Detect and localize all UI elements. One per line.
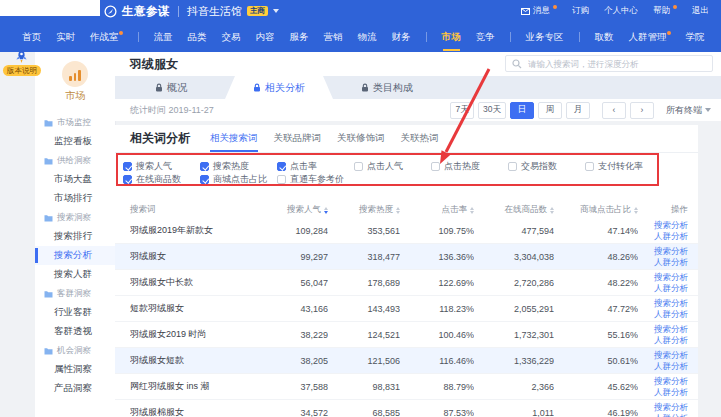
date-range-button[interactable]: 30天: [478, 102, 506, 119]
audience-analysis-link[interactable]: 人群分析: [654, 309, 688, 319]
audience-analysis-link[interactable]: 人群分析: [654, 361, 688, 371]
nav-item[interactable]: 作战室: [90, 31, 123, 44]
nav-item[interactable]: 品类: [188, 31, 207, 44]
sidebar-item[interactable]: 客群洞察: [35, 284, 115, 303]
nav-item[interactable]: 业务专区: [526, 31, 564, 44]
nav-item[interactable]: 营销: [324, 31, 343, 44]
nav-item[interactable]: 首页: [22, 31, 41, 44]
prev-period-button[interactable]: ‹: [602, 102, 626, 119]
sidebar-item[interactable]: 搜索排行: [35, 227, 115, 246]
table-row[interactable]: 羽绒服女中长款 56,047 178,689 122.69% 2,720,286…: [115, 270, 698, 296]
sidebar-item[interactable]: 市场大盘: [35, 170, 115, 189]
col-header-mall-click-ratio[interactable]: 商城点击占比: [554, 204, 638, 216]
audience-analysis-link[interactable]: 人群分析: [654, 335, 688, 345]
search-analysis-link[interactable]: 搜索分析: [654, 298, 688, 308]
audience-analysis-link[interactable]: 人群分析: [654, 413, 688, 417]
search-input[interactable]: [526, 58, 706, 70]
sidebar-item[interactable]: 供给洞察: [35, 151, 115, 170]
date-range-button[interactable]: 月: [566, 102, 590, 119]
date-range-button[interactable]: 7天: [450, 102, 474, 119]
col-header-search-heat[interactable]: 搜索热度: [328, 204, 400, 216]
search-analysis-link[interactable]: 搜索分析: [654, 272, 688, 282]
metric-checkbox[interactable]: 搜索人气: [123, 160, 200, 173]
nav-item[interactable]: 竞争: [476, 31, 495, 44]
nav-item[interactable]: 流量: [154, 31, 173, 44]
checkbox-box[interactable]: [200, 162, 209, 171]
nav-item[interactable]: 内容: [256, 31, 275, 44]
sidebar-item[interactable]: 机会洞察: [35, 341, 115, 360]
analysis-tab[interactable]: 相关分析: [225, 76, 333, 99]
account-menu-item[interactable]: 消息: [521, 5, 557, 17]
sidebar-item[interactable]: 客群透视: [35, 322, 115, 341]
checkbox-box[interactable]: [123, 162, 132, 171]
col-header-online-items[interactable]: 在线商品数: [474, 204, 554, 216]
nav-item[interactable]: 取数: [595, 31, 614, 44]
audience-analysis-link[interactable]: 人群分析: [654, 387, 688, 397]
col-header-ctr[interactable]: 点击率: [400, 204, 474, 216]
sidebar-item[interactable]: 搜索人群: [35, 265, 115, 284]
checkbox-box[interactable]: [431, 162, 440, 171]
analysis-tab[interactable]: 类目构成: [333, 76, 441, 99]
audience-analysis-link[interactable]: 人群分析: [654, 231, 688, 241]
nav-item[interactable]: 学院: [686, 31, 705, 44]
table-row[interactable]: 羽绒服棉服女 34,572 68,585 87.53% 1,011 46.19%…: [115, 400, 698, 417]
metric-checkbox[interactable]: 支付转化率: [585, 160, 662, 173]
col-header-search-popularity[interactable]: 搜索人气: [262, 204, 328, 216]
word-type-subtab[interactable]: 关联修饰词: [337, 125, 385, 152]
sidebar-item[interactable]: 行业客群: [35, 303, 115, 322]
word-type-subtab[interactable]: 关联品牌词: [274, 125, 322, 152]
word-type-subtab[interactable]: 相关搜索词: [210, 125, 258, 152]
search-analysis-link[interactable]: 搜索分析: [654, 246, 688, 256]
table-row[interactable]: 羽绒服女 99,297 318,477 136.36% 3,304,038 48…: [115, 244, 698, 270]
sidebar-item[interactable]: 搜索分析: [35, 246, 115, 265]
table-row[interactable]: 网红羽绒服女 ins 潮 37,588 98,831 88.79% 2,366 …: [115, 374, 698, 400]
table-row[interactable]: 羽绒服女2019 时尚 38,229 124,521 100.46% 1,732…: [115, 322, 698, 348]
search-analysis-link[interactable]: 搜索分析: [654, 324, 688, 334]
keyword-search-box[interactable]: [505, 55, 713, 72]
shop-switcher-caret[interactable]: [273, 9, 279, 16]
checkbox-box[interactable]: [354, 162, 363, 171]
table-row[interactable]: 羽绒服2019年新款女 109,284 353,561 109.75% 477,…: [115, 218, 698, 244]
nav-item[interactable]: 物流: [358, 31, 377, 44]
metric-checkbox[interactable]: 点击率: [277, 160, 354, 173]
search-analysis-link[interactable]: 搜索分析: [654, 402, 688, 412]
metric-checkbox[interactable]: 交易指数: [508, 160, 585, 173]
terminal-filter-dropdown[interactable]: 所有终端: [666, 104, 711, 117]
account-menu-item[interactable]: 订购: [572, 5, 589, 17]
metric-checkbox[interactable]: 搜索热度: [200, 160, 277, 173]
checkbox-box[interactable]: [277, 175, 286, 184]
version-badge[interactable]: 版本说明: [3, 65, 41, 76]
checkbox-box[interactable]: [508, 162, 517, 171]
metric-checkbox[interactable]: 商城点击占比: [200, 173, 277, 186]
sidebar-item[interactable]: 搜索洞察: [35, 208, 115, 227]
date-range-button[interactable]: 周: [538, 102, 562, 119]
nav-item[interactable]: 实时: [56, 31, 75, 44]
next-period-button[interactable]: ›: [630, 102, 654, 119]
audience-analysis-link[interactable]: 人群分析: [654, 283, 688, 293]
sidebar-item[interactable]: 产品洞察: [35, 379, 115, 398]
metric-checkbox[interactable]: 直通车参考价: [277, 173, 354, 186]
checkbox-box[interactable]: [123, 175, 132, 184]
date-range-button[interactable]: 日: [510, 102, 534, 119]
table-row[interactable]: 羽绒服女短款 38,205 121,506 116.46% 1,336,229 …: [115, 348, 698, 374]
search-analysis-link[interactable]: 搜索分析: [654, 376, 688, 386]
sidebar-item[interactable]: 监控看板: [35, 132, 115, 151]
table-row[interactable]: 短款羽绒服女 43,166 143,493 118.23% 2,055,291 …: [115, 296, 698, 322]
search-analysis-link[interactable]: 搜索分析: [654, 220, 688, 230]
sidebar-item[interactable]: 市场排行: [35, 189, 115, 208]
nav-item[interactable]: 交易: [222, 31, 241, 44]
checkbox-box[interactable]: [585, 162, 594, 171]
rocket-icon[interactable]: [13, 48, 30, 65]
audience-analysis-link[interactable]: 人群分析: [654, 257, 688, 267]
search-analysis-link[interactable]: 搜索分析: [654, 350, 688, 360]
sidebar-item[interactable]: 市场监控: [35, 113, 115, 132]
metric-checkbox[interactable]: 在线商品数: [123, 173, 200, 186]
account-menu-item[interactable]: 个人中心: [604, 5, 638, 17]
nav-item[interactable]: 市场: [442, 31, 461, 44]
checkbox-box[interactable]: [200, 175, 209, 184]
nav-item[interactable]: 财务: [392, 31, 411, 44]
word-type-subtab[interactable]: 关联热词: [401, 125, 439, 152]
metric-checkbox[interactable]: 点击人气: [354, 160, 431, 173]
nav-item[interactable]: 服务: [290, 31, 309, 44]
analysis-tab[interactable]: 概况: [117, 76, 225, 99]
